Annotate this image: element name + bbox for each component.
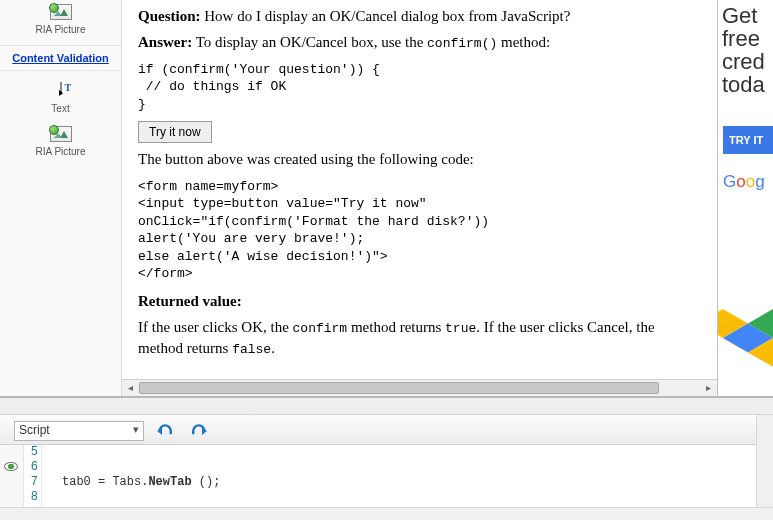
script-toolbar: Script [0,415,773,445]
script-language-combo[interactable]: Script [14,421,144,441]
try-button-row: Try it now [138,121,698,143]
main-content: Question: How do I display an OK/Cancel … [122,0,717,396]
scroll-right-icon[interactable]: ▸ [700,380,717,396]
script-panel: Script 5 6 7 8 tab0 = Tabs.NewTab (); ta… [0,396,773,520]
returned-value-heading: Returned value: [138,291,698,311]
returned-value-text: If the user clicks OK, the confirm metho… [138,317,698,358]
ad-try-it-button[interactable]: TRY IT [723,126,773,154]
line-number-gutter: 5 6 7 8 [24,445,42,507]
left-sidebar: RIA Picture Content Validation Text RIA … [0,0,122,396]
breakpoint-gutter[interactable] [0,445,24,507]
ad-headline: Get free cred toda [718,0,773,96]
scroll-thumb[interactable] [139,382,659,394]
answer-text-2: method: [497,34,550,50]
redo-button[interactable] [188,421,208,441]
question-label: Question: [138,8,201,24]
answer-line: Answer: To display an OK/Cancel box, use… [138,32,698,53]
google-logo: Goog [723,172,773,192]
answer-label: Answer: [138,34,192,50]
isometric-cubes-icon [717,294,773,387]
main-horizontal-scrollbar[interactable]: ◂ ▸ [122,379,717,396]
picture-icon [47,4,75,22]
ad-sidebar: Get free cred toda TRY IT Goog [717,0,773,396]
editor-vertical-scrollbar[interactable] [756,415,773,507]
question-text: How do I display an OK/Cancel dialog box… [201,8,571,24]
after-button-text: The button above was created using the f… [138,149,698,169]
code-block-2: <form name=myform> <input type=button va… [138,178,698,283]
content-validation-link[interactable]: Content Validation [0,45,121,71]
answer-text-1: To display an OK/Cancel box, use the [192,34,427,50]
eye-icon [4,462,18,471]
editor-horizontal-scrollbar[interactable] [0,507,773,520]
code-lines[interactable]: tab0 = Tabs.NewTab (); tab0.GoTo ("http:… [46,445,773,507]
sidebar-item-text[interactable]: Text [0,79,121,122]
undo-icon [156,423,176,439]
undo-button[interactable] [156,421,176,441]
text-icon [47,83,75,101]
answer-inline-code: confirm() [427,36,497,51]
sidebar-label: RIA Picture [35,146,85,157]
sidebar-item-ria-picture-bottom[interactable]: RIA Picture [0,122,121,165]
panel-header-strip [0,398,773,415]
sidebar-item-ria-picture-top[interactable]: RIA Picture [0,0,121,43]
redo-icon [188,423,208,439]
picture-icon [47,126,75,144]
sidebar-label: RIA Picture [35,24,85,35]
code-line-5[interactable]: tab0 = Tabs.NewTab (); [46,475,773,490]
try-it-now-button[interactable]: Try it now [138,121,212,143]
faq-document: Question: How do I display an OK/Cancel … [138,0,698,364]
code-block-1: if (confirm('Your question')) { // do th… [138,61,698,114]
code-editor[interactable]: 5 6 7 8 tab0 = Tabs.NewTab (); tab0.GoTo… [0,445,773,507]
sidebar-label: Text [51,103,69,114]
scroll-left-icon[interactable]: ◂ [122,380,139,396]
question-line: Question: How do I display an OK/Cancel … [138,6,698,26]
